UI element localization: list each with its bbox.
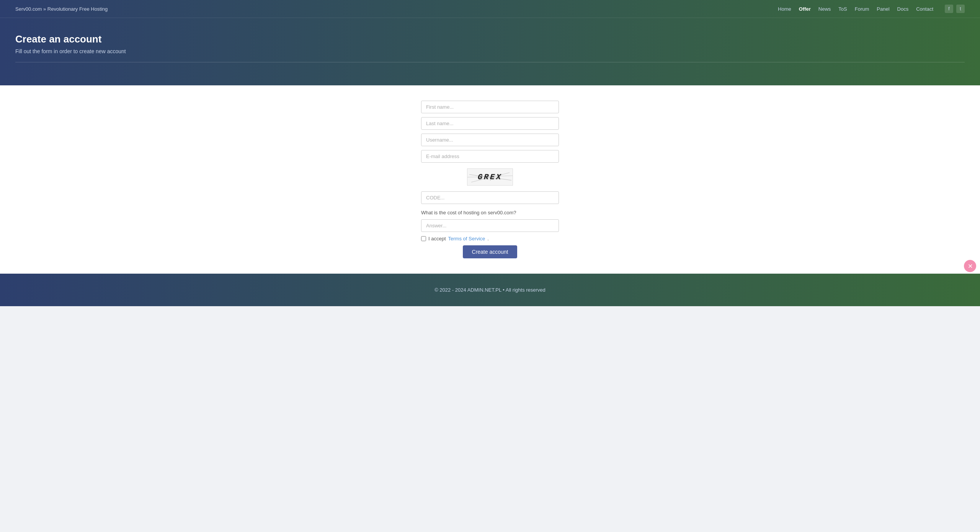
social-icons: f t [945,5,965,13]
answer-input[interactable] [421,219,559,232]
captcha-container: GREX [421,168,559,186]
nav-offer[interactable]: Offer [799,6,811,12]
main-nav: Home Offer News ToS Forum Panel Docs Con… [778,5,965,13]
twitter-icon[interactable]: t [956,5,965,13]
nav-contact[interactable]: Contact [916,6,933,12]
tos-dot: . [487,236,489,242]
main-content: GREX What is the cost of hosting on serv… [0,85,980,274]
nav-tos[interactable]: ToS [838,6,847,12]
first-name-input[interactable] [421,101,559,113]
nav-news[interactable]: News [818,6,831,12]
tos-link[interactable]: Terms of Service [448,236,485,242]
hero-divider [15,62,965,62]
captcha-text: GREX [477,173,503,181]
hero-section: Create an account Fill out the form in o… [0,18,980,85]
footer-text: © 2022 - 2024 ADMIN.NET.PL • All rights … [15,287,965,293]
floating-close-icon: ✕ [968,263,973,270]
tos-row: I accept Terms of Service. [421,236,559,242]
tos-prefix: I accept [428,236,446,242]
nav-home[interactable]: Home [778,6,791,12]
facebook-icon[interactable]: f [945,5,953,13]
brand-text: Serv00.com » Revolutionary Free Hosting [15,6,108,12]
header: Serv00.com » Revolutionary Free Hosting … [0,0,980,18]
email-input[interactable] [421,150,559,163]
nav-panel[interactable]: Panel [877,6,889,12]
floating-close-button[interactable]: ✕ [964,260,976,272]
tos-checkbox[interactable] [421,236,426,241]
last-name-input[interactable] [421,117,559,130]
nav-docs[interactable]: Docs [897,6,909,12]
submit-row: Create account [421,245,559,258]
footer: © 2022 - 2024 ADMIN.NET.PL • All rights … [0,274,980,306]
taskbar-area [0,306,980,383]
create-account-button[interactable]: Create account [463,245,518,258]
captcha-image: GREX [467,168,513,186]
registration-form: GREX What is the cost of hosting on serv… [421,101,559,258]
page-subtitle: Fill out the form in order to create new… [15,48,965,54]
captcha-code-input[interactable] [421,191,559,204]
security-question: What is the cost of hosting on serv00.co… [421,210,559,215]
page-title: Create an account [15,33,965,45]
username-input[interactable] [421,134,559,146]
nav-forum[interactable]: Forum [855,6,869,12]
